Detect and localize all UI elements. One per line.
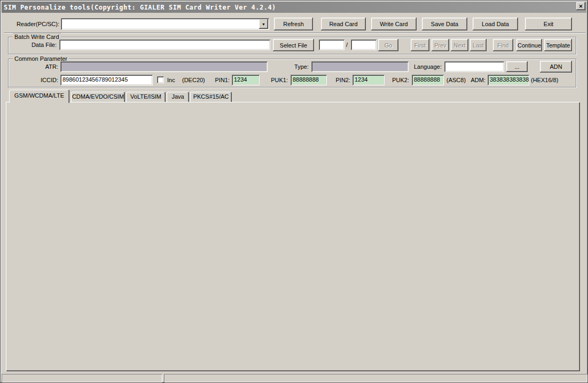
atr-label: ATR: bbox=[15, 61, 58, 72]
tab-java[interactable]: Java bbox=[167, 92, 189, 102]
pin1-field[interactable]: 1234 bbox=[232, 75, 260, 85]
language-field[interactable] bbox=[444, 61, 504, 72]
language-label: Language: bbox=[411, 61, 442, 72]
adm-label: ADM: bbox=[468, 75, 485, 85]
window-title: SIM Personalize tools(Copyright: GIALER … bbox=[4, 4, 276, 11]
write-card-button[interactable]: Write Card bbox=[371, 18, 417, 30]
save-data-button[interactable]: Save Data bbox=[422, 18, 467, 30]
find-button[interactable]: Find bbox=[493, 39, 513, 51]
chevron-down-icon: ▼ bbox=[262, 22, 265, 26]
adn-button[interactable]: ADN bbox=[540, 61, 572, 73]
tab-gsm-wcdma-lte[interactable]: GSM/WCDMA/LTE bbox=[9, 90, 69, 103]
read-card-button[interactable]: Read Card bbox=[321, 18, 366, 30]
language-browse-button[interactable]: ... bbox=[506, 61, 528, 72]
puk2-field[interactable]: 88888888 bbox=[412, 75, 444, 85]
select-file-button[interactable]: Select File bbox=[273, 39, 314, 51]
atr-field bbox=[60, 61, 268, 72]
status-panel-left bbox=[2, 374, 162, 382]
page-total-field[interactable] bbox=[351, 39, 377, 50]
data-file-label: Data File: bbox=[14, 39, 57, 50]
iccid-field[interactable]: 89860123456789012345 bbox=[60, 75, 153, 85]
go-button[interactable]: Go bbox=[378, 39, 398, 51]
iccid-inc-label: Inc bbox=[167, 75, 175, 85]
status-panel-right bbox=[164, 374, 587, 382]
close-button[interactable]: ✕ bbox=[576, 2, 585, 10]
puk1-label: PUK1: bbox=[270, 75, 288, 85]
toolbar-divider bbox=[4, 33, 585, 34]
reader-dropdown-button[interactable]: ▼ bbox=[259, 19, 268, 29]
reader-label: Reader(PC/SC): bbox=[6, 19, 59, 29]
close-icon: ✕ bbox=[579, 4, 583, 9]
tab-pkcs15-ac[interactable]: PKCS#15/AC bbox=[190, 92, 232, 102]
continue-button[interactable]: Continue bbox=[516, 39, 542, 51]
iccid-label: ICCID: bbox=[15, 75, 58, 85]
type-field bbox=[311, 61, 409, 72]
load-data-button[interactable]: Load Data bbox=[473, 18, 518, 30]
last-button[interactable]: Last bbox=[470, 39, 487, 51]
iccid-inc-checkbox[interactable] bbox=[157, 76, 164, 83]
type-label: Type: bbox=[289, 61, 309, 72]
exit-button[interactable]: Exit bbox=[525, 18, 572, 30]
page-current-field[interactable] bbox=[319, 39, 344, 50]
tab-volte-isim[interactable]: VoLTE/ISIM bbox=[126, 92, 166, 102]
tab-page bbox=[6, 102, 580, 371]
next-button[interactable]: Next bbox=[451, 39, 468, 51]
page-slash-label: / bbox=[346, 39, 348, 50]
data-file-field[interactable] bbox=[59, 39, 270, 50]
hex16-label: (HEX16/8) bbox=[531, 75, 558, 85]
asc8-label: (ASC8) bbox=[446, 75, 466, 85]
pin2-field[interactable]: 1234 bbox=[352, 75, 385, 85]
app-window: SIM Personalize tools(Copyright: GIALER … bbox=[0, 0, 588, 383]
adm-field[interactable]: 3838383838383838 bbox=[488, 75, 529, 85]
title-bar: SIM Personalize tools(Copyright: GIALER … bbox=[2, 2, 586, 13]
puk2-label: PUK2: bbox=[391, 75, 409, 85]
reader-combobox[interactable]: ▼ bbox=[61, 18, 269, 30]
dec20-label: (DEC20) bbox=[182, 75, 205, 85]
tab-cdma-evdo-csim[interactable]: CDMA/EVDO/CSIM bbox=[71, 92, 125, 102]
pin2-label: PIN2: bbox=[333, 75, 350, 85]
first-button[interactable]: First bbox=[411, 39, 429, 51]
prev-button[interactable]: Prev bbox=[432, 39, 449, 51]
puk1-field[interactable]: 88888888 bbox=[291, 75, 327, 85]
refresh-button[interactable]: Refresh bbox=[274, 18, 313, 30]
pin1-label: PIN1: bbox=[211, 75, 230, 85]
template-button[interactable]: Template bbox=[544, 39, 572, 51]
